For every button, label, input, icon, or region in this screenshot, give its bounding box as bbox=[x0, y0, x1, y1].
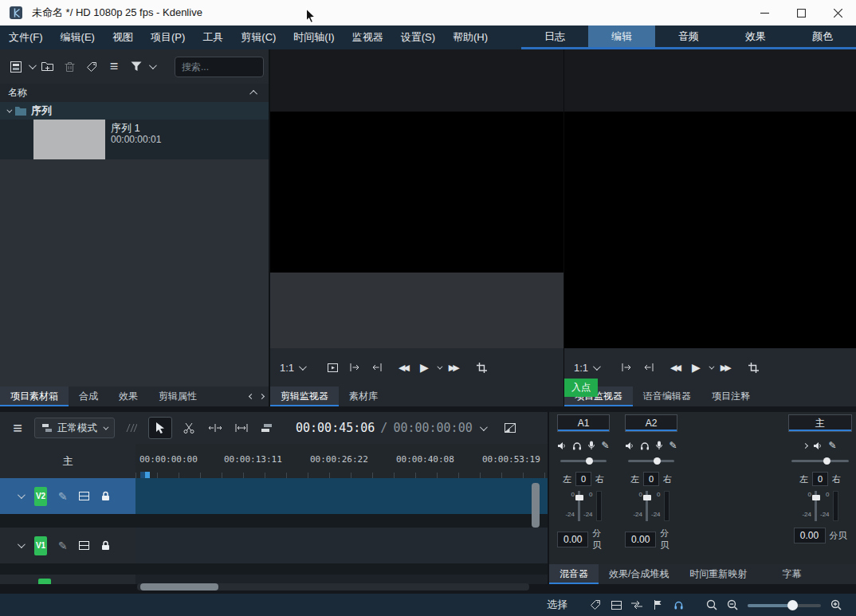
monitor-headphone-icon[interactable] bbox=[640, 441, 650, 450]
tab-clip-properties[interactable]: 剪辑属性 bbox=[148, 386, 207, 406]
zoom-fit-icon[interactable] bbox=[701, 594, 722, 615]
menu-clip[interactable]: 剪辑(C) bbox=[232, 26, 285, 49]
tag-info-icon[interactable] bbox=[585, 594, 606, 615]
track-lock-icon[interactable] bbox=[100, 540, 111, 551]
monitor-overlay-icon[interactable] bbox=[325, 360, 340, 375]
tab-scroll-left-icon[interactable] bbox=[249, 394, 254, 399]
edit-mode-select[interactable]: 正常模式 bbox=[34, 418, 115, 438]
tab-clip-monitor[interactable]: 剪辑监视器 bbox=[270, 386, 339, 406]
track-header-v1[interactable]: V1 ✎ bbox=[0, 528, 135, 563]
tab-effect-stack[interactable]: 效果/合成堆栈 bbox=[599, 564, 679, 584]
track-content-v2[interactable] bbox=[135, 478, 548, 514]
record-mic-icon[interactable] bbox=[587, 441, 595, 450]
rewind-button[interactable]: ◀◀ bbox=[670, 363, 679, 373]
tab-scroll-right-icon[interactable] bbox=[259, 394, 265, 399]
effects-pencil-icon[interactable]: ✎ bbox=[669, 440, 677, 451]
timeline-menu-button[interactable]: ≡ bbox=[8, 418, 27, 437]
track-thumbnails-icon[interactable] bbox=[79, 492, 89, 500]
track-collapse-icon[interactable] bbox=[18, 491, 26, 499]
tab-subtitles[interactable]: 字幕 bbox=[772, 564, 811, 584]
create-folder-button[interactable] bbox=[37, 57, 57, 77]
timecode-dropdown-icon[interactable] bbox=[480, 423, 488, 431]
fader-knob[interactable] bbox=[575, 495, 583, 500]
mute-icon[interactable] bbox=[557, 441, 567, 450]
zone-out-icon[interactable] bbox=[642, 360, 656, 375]
effects-pencil-icon[interactable]: ✎ bbox=[828, 440, 836, 451]
play-button[interactable]: ▶ bbox=[420, 361, 429, 374]
close-button[interactable] bbox=[819, 0, 856, 26]
menu-tools[interactable]: 工具 bbox=[194, 26, 232, 49]
track-badge-a1[interactable] bbox=[38, 579, 51, 584]
tab-time-remap[interactable]: 时间重新映射 bbox=[679, 564, 757, 584]
view-mode-button[interactable] bbox=[6, 57, 26, 77]
play-button[interactable]: ▶ bbox=[692, 361, 701, 374]
track-thumbnails-icon[interactable] bbox=[79, 541, 89, 550]
channel-name-a2[interactable]: A2 bbox=[625, 414, 677, 432]
gain-slider-master[interactable] bbox=[788, 456, 852, 465]
track-header-a1[interactable] bbox=[0, 575, 135, 584]
track-content-v1[interactable] bbox=[135, 528, 548, 563]
tab-mixer[interactable]: 混音器 bbox=[549, 564, 599, 584]
track-header-v2[interactable]: V2 ✎ bbox=[0, 478, 135, 514]
spacer-tool-button[interactable] bbox=[206, 418, 225, 437]
db-value-master[interactable]: 0.00 bbox=[794, 528, 826, 543]
bin-clip-row[interactable]: 序列 1 00:00:00:01 bbox=[0, 120, 269, 159]
forward-button[interactable]: ▶▶ bbox=[721, 363, 729, 373]
track-badge-v2[interactable]: V2 bbox=[34, 487, 47, 506]
dock-separator[interactable] bbox=[0, 406, 856, 412]
timeline-ruler[interactable]: 00:00:00:00 00:00:13:11 00:00:26:22 00:0… bbox=[135, 444, 548, 478]
clip-monitor-video[interactable] bbox=[270, 112, 563, 273]
forward-button[interactable]: ▶▶ bbox=[449, 363, 457, 373]
tab-effects[interactable]: 效果 bbox=[108, 386, 148, 406]
gain-slider-a1[interactable] bbox=[557, 456, 610, 465]
timeline-horizontal-scrollbar[interactable] bbox=[140, 583, 218, 590]
workspace-tab-editing[interactable]: 编辑 bbox=[588, 26, 655, 49]
project-monitor-zoom-select[interactable]: 1:1 bbox=[574, 362, 599, 374]
timeline-timecode[interactable]: 00:00:45:06 / 00:00:00:00 bbox=[296, 421, 473, 435]
menu-timeline[interactable]: 时间轴(I) bbox=[285, 26, 343, 49]
gain-slider-a2[interactable] bbox=[625, 456, 677, 465]
folder-expand-icon[interactable] bbox=[6, 107, 12, 112]
zoom-slider-knob[interactable] bbox=[787, 600, 798, 610]
selection-tool-button[interactable] bbox=[148, 417, 172, 439]
tab-project-notes[interactable]: 项目注释 bbox=[701, 386, 760, 406]
timeline-vertical-scrollbar[interactable] bbox=[532, 483, 540, 528]
zone-crop-icon[interactable] bbox=[747, 360, 761, 375]
tab-compositions[interactable]: 合成 bbox=[69, 386, 108, 406]
channel-name-a1[interactable]: A1 bbox=[557, 414, 610, 432]
menu-project[interactable]: 项目(P) bbox=[142, 26, 194, 49]
workspace-tab-color[interactable]: 颜色 bbox=[789, 26, 856, 49]
play-dropdown-icon[interactable] bbox=[437, 363, 442, 369]
track-lock-icon[interactable] bbox=[100, 491, 111, 501]
menu-view[interactable]: 视图 bbox=[104, 26, 142, 49]
rewind-button[interactable]: ◀◀ bbox=[399, 363, 407, 373]
filter-button[interactable] bbox=[127, 57, 146, 77]
tab-speech-editor[interactable]: 语音编辑器 bbox=[633, 386, 701, 406]
marker-flag-icon[interactable] bbox=[647, 594, 668, 615]
project-monitor-video[interactable]: 入点 bbox=[564, 112, 856, 348]
track-badge-v1[interactable]: V1 bbox=[34, 536, 47, 555]
zone-in-icon[interactable] bbox=[348, 360, 362, 375]
mix-clips-button[interactable] bbox=[501, 418, 520, 437]
pan-value-master[interactable]: 0 bbox=[812, 472, 828, 486]
view-mode-dropdown-icon[interactable] bbox=[29, 61, 37, 69]
workspace-tab-logging[interactable]: 日志 bbox=[521, 26, 588, 49]
zoom-out-icon[interactable] bbox=[722, 594, 743, 615]
fader-knob[interactable] bbox=[643, 495, 651, 500]
slip-tool-button[interactable] bbox=[258, 418, 277, 437]
timeline-zoom-slider[interactable] bbox=[748, 600, 821, 610]
track-edit-icon[interactable]: ✎ bbox=[58, 539, 68, 552]
mute-icon[interactable] bbox=[625, 441, 634, 450]
menu-settings[interactable]: 设置(S) bbox=[392, 26, 444, 49]
minimize-button[interactable] bbox=[746, 0, 783, 26]
pan-value-a2[interactable]: 0 bbox=[643, 472, 659, 486]
audio-monitor-icon[interactable] bbox=[668, 594, 689, 615]
track-collapse-icon[interactable] bbox=[18, 540, 26, 548]
fader-knob[interactable] bbox=[812, 495, 820, 500]
clip-monitor-zoom-select[interactable]: 1:1 bbox=[280, 362, 304, 374]
bin-name-column-header[interactable]: 名称 bbox=[0, 84, 269, 102]
ripple-tool-button[interactable] bbox=[232, 418, 251, 437]
zone-in-icon[interactable] bbox=[619, 360, 634, 375]
timeline-edit-icon[interactable] bbox=[122, 418, 141, 437]
search-input[interactable] bbox=[175, 57, 264, 77]
